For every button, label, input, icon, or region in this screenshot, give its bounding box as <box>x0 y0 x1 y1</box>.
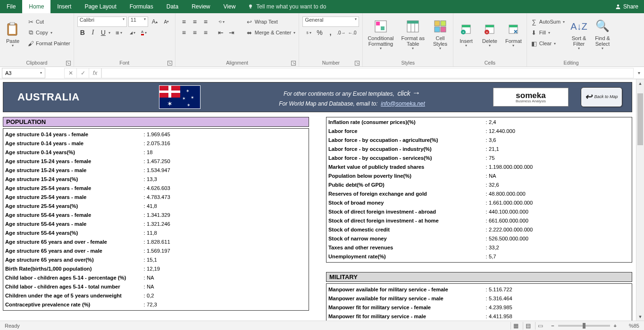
tab-data[interactable]: Data <box>160 0 185 13</box>
font-name-select[interactable]: Calibri▾ <box>77 16 127 27</box>
wrap-text-button[interactable]: ↩Wrap Text <box>244 16 297 27</box>
tab-file[interactable]: File <box>0 0 22 13</box>
conditional-formatting-button[interactable]: Conditional Formatting▾ <box>365 16 396 53</box>
align-center-button[interactable]: ≡ <box>190 27 200 38</box>
sigma-icon: ∑ <box>530 18 538 25</box>
view-normal-button[interactable]: ▦ <box>510 322 521 330</box>
tab-review[interactable]: Review <box>185 0 217 13</box>
font-dialog-launcher[interactable]: ↘ <box>167 61 172 66</box>
grow-font-button[interactable]: A▴ <box>150 16 160 27</box>
increase-decimal-button[interactable]: .0→ <box>336 27 346 38</box>
email-link[interactable]: info@someka.net <box>381 100 425 107</box>
increase-indent-button[interactable]: ⇥ <box>226 27 237 38</box>
accounting-format-button[interactable]: $ <box>303 27 314 38</box>
format-painter-button[interactable]: 🖌Format Painter <box>25 38 72 49</box>
share-button[interactable]: Share <box>615 3 638 10</box>
font-size-select[interactable]: 11▾ <box>128 16 148 27</box>
scroll-thumb[interactable] <box>637 93 643 145</box>
fx-button[interactable]: fx <box>89 68 101 78</box>
autosum-button[interactable]: ∑AutoSum▾ <box>529 16 566 27</box>
table-row: Child labor - children ages 5-14 - total… <box>5 282 307 291</box>
scroll-down-arrow[interactable]: ▼ <box>636 313 644 321</box>
table-row: Age structure 0-14 years - female:1.969.… <box>5 130 307 139</box>
table-row: Stock of direct foreign investment - at … <box>328 216 630 225</box>
clipboard-dialog-launcher[interactable]: ↘ <box>66 61 71 66</box>
comma-button[interactable]: , <box>325 27 335 38</box>
paste-button[interactable]: Paste▾ <box>2 16 24 53</box>
border-button[interactable]: ▦ <box>114 27 124 38</box>
tab-view[interactable]: View <box>217 0 243 13</box>
zoom-slider[interactable] <box>558 325 610 327</box>
zoom-level[interactable]: %85 <box>620 323 639 329</box>
find-select-button[interactable]: 🔍Find & Select▾ <box>592 16 613 53</box>
population-table: Age structure 0-14 years - female:1.969.… <box>3 128 309 311</box>
enter-formula-button[interactable]: ✓ <box>77 68 89 78</box>
tab-home[interactable]: Home <box>22 0 50 13</box>
bulb-icon <box>248 4 253 9</box>
insert-cells-button[interactable]: +Insert▾ <box>455 16 477 53</box>
row-key: Children under the age of 5 years underw… <box>5 293 142 298</box>
cell-styles-button[interactable]: Cell Styles▾ <box>429 16 451 53</box>
row-value: 4.411.958 <box>489 314 630 319</box>
cut-button[interactable]: ✂Cut <box>25 16 72 27</box>
row-key: Age structure 15-24 years(%) <box>5 176 142 182</box>
table-row: Labor force - by occupation - services(%… <box>328 153 630 162</box>
svg-rect-8 <box>381 26 385 30</box>
tab-page-layout[interactable]: Page Layout <box>78 0 123 13</box>
row-key: Age structure 55-64 years - male <box>5 221 142 227</box>
back-to-map-button[interactable]: ↩Back to Map <box>581 87 622 107</box>
align-middle-button[interactable]: ≡ <box>190 16 200 27</box>
merge-center-button[interactable]: ⬌Merge & Center▾ <box>244 27 297 38</box>
row-key: Birth Rate(births/1,000 population) <box>5 266 142 272</box>
tell-me[interactable]: Tell me what you want to do <box>242 0 332 13</box>
zoom-out-button[interactable]: − <box>551 323 554 329</box>
delete-cells-button[interactable]: ×Delete▾ <box>479 16 501 53</box>
table-row: Reserves of foreign exchange and gold:48… <box>328 189 630 198</box>
vertical-scrollbar[interactable]: ▲ ▼ <box>636 79 644 321</box>
banner-text: For other continents or any Excel templa… <box>219 87 485 108</box>
cancel-formula-button[interactable]: ✕ <box>65 68 77 78</box>
sort-filter-button[interactable]: A↓ZSort & Filter▾ <box>568 16 590 53</box>
format-as-table-button[interactable]: Format as Table▾ <box>398 16 427 53</box>
scroll-up-arrow[interactable]: ▲ <box>636 79 644 87</box>
decrease-decimal-button[interactable]: ←.0 <box>347 27 357 38</box>
align-bottom-button[interactable]: ≡ <box>201 16 211 27</box>
zoom-in-button[interactable]: + <box>614 323 617 329</box>
row-value: 41,8 <box>147 203 307 209</box>
orientation-button[interactable]: ⟲ <box>217 16 227 27</box>
shrink-font-button[interactable]: A▾ <box>161 16 172 27</box>
fill-button[interactable]: ⬇Fill▾ <box>529 27 566 38</box>
underline-button[interactable]: U <box>98 27 109 38</box>
alignment-dialog-launcher[interactable]: ↘ <box>291 61 296 66</box>
worksheet[interactable]: AUSTRALIA ✶ ✶ ✶ ✶ ✶ For other continents… <box>0 79 636 321</box>
fill-color-button[interactable]: ◢ <box>127 27 138 38</box>
expand-formula-bar[interactable]: ▾ <box>634 70 644 75</box>
copy-button[interactable]: ⧉Copy▾ <box>25 27 72 38</box>
table-row: Age structure 0-14 years - male:2.075.31… <box>5 139 307 148</box>
align-left-button[interactable]: ≡ <box>179 27 189 38</box>
tab-formulas[interactable]: Formulas <box>123 0 160 13</box>
eraser-icon: ◧ <box>530 40 538 47</box>
row-key: Labor force - by occupation - agricultur… <box>328 137 484 143</box>
formula-input[interactable] <box>101 68 634 78</box>
format-icon <box>505 21 521 37</box>
tab-insert[interactable]: Insert <box>50 0 78 13</box>
name-box[interactable]: A3▾ <box>2 68 45 78</box>
italic-button[interactable]: I <box>88 27 98 38</box>
row-value: NA <box>147 284 307 289</box>
number-dialog-launcher[interactable]: ↘ <box>355 61 360 66</box>
align-right-button[interactable]: ≡ <box>201 27 211 38</box>
view-page-break-button[interactable]: ▭ <box>535 322 545 330</box>
format-cells-button[interactable]: Format▾ <box>502 16 525 53</box>
number-format-select[interactable]: General▾ <box>302 16 359 27</box>
row-key: Age structure 0-14 years(%) <box>5 149 142 155</box>
align-top-button[interactable]: ≡ <box>179 16 189 27</box>
clear-button[interactable]: ◧Clear▾ <box>529 38 566 49</box>
percent-button[interactable]: % <box>314 27 325 38</box>
view-page-layout-button[interactable]: ▤ <box>523 322 533 330</box>
decrease-indent-button[interactable]: ⇤ <box>216 27 226 38</box>
font-color-button[interactable]: A <box>139 27 149 38</box>
row-value: 5.316.464 <box>489 296 630 301</box>
row-value: 2.075.316 <box>147 140 307 146</box>
bold-button[interactable]: B <box>77 27 88 38</box>
